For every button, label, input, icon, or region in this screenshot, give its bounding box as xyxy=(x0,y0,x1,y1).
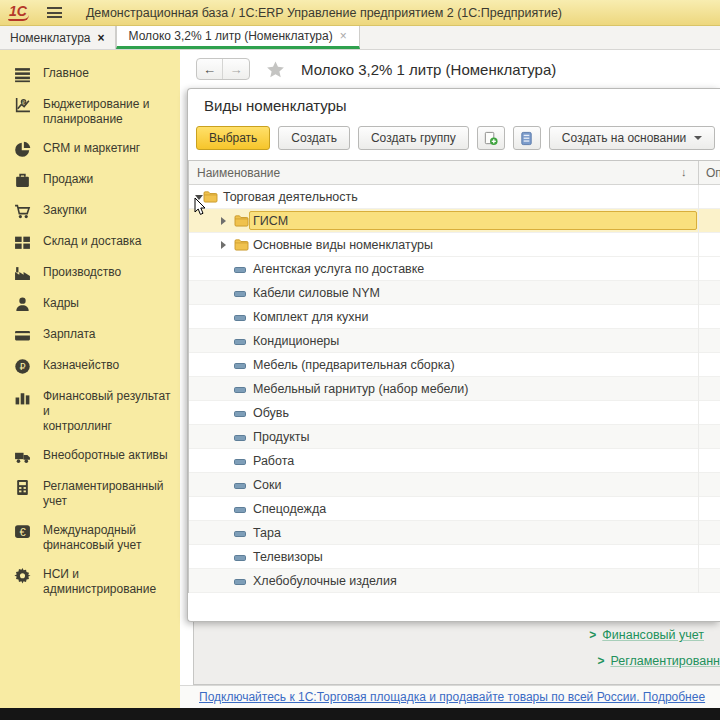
item-dash-icon xyxy=(234,411,246,417)
tree-row[interactable]: Продукты xyxy=(189,425,720,449)
row-label: Основные виды номенклатуры xyxy=(253,238,433,252)
item-dash-icon xyxy=(234,459,246,465)
back-button[interactable]: ← xyxy=(197,59,223,79)
item-dash-icon xyxy=(234,483,246,489)
column-header-op[interactable]: Оп xyxy=(706,166,720,180)
sidebar-item-cart[interactable]: Закупки xyxy=(0,196,180,227)
row-label: Работа xyxy=(253,454,294,468)
item-dash-icon xyxy=(234,291,246,297)
tree-row[interactable]: ГИСМ xyxy=(189,209,720,233)
main-menu-icon[interactable] xyxy=(47,7,62,18)
tree-row[interactable]: Телевизоры xyxy=(189,545,720,569)
item-dash-icon xyxy=(234,435,246,441)
tree-row[interactable]: Соки xyxy=(189,473,720,497)
row-label: Телевизоры xyxy=(253,550,323,564)
close-icon[interactable]: × xyxy=(340,29,347,43)
tab-label: Молоко 3,2% 1 литр (Номенклатура) xyxy=(129,29,333,43)
create-based-on-button[interactable]: Создать на основании xyxy=(549,126,716,150)
expander-icon[interactable] xyxy=(195,195,203,200)
tab-bar: Номенклатура × Молоко 3,2% 1 литр (Номен… xyxy=(0,26,720,50)
item-dash-icon xyxy=(234,363,246,369)
selected-cell-highlight[interactable] xyxy=(249,211,697,230)
tree-row[interactable]: Обувь xyxy=(189,401,720,425)
window-title: Демонстрационная база / 1С:ERP Управлени… xyxy=(86,6,562,20)
tree-row[interactable]: Тара xyxy=(189,521,720,545)
calculator-icon xyxy=(14,479,31,496)
dialog-toolbar: Выбрать Создать Создать группу Создать н… xyxy=(196,125,720,151)
sidebar-item-budget-chart[interactable]: ₽ Бюджетирование и планирование xyxy=(0,90,180,134)
truck-icon xyxy=(14,448,31,465)
pallet-grid-icon xyxy=(14,234,31,251)
select-button[interactable]: Выбрать xyxy=(196,126,270,150)
copy-plus-document-icon xyxy=(483,131,498,146)
sidebar-item-factory[interactable]: Производство xyxy=(0,258,180,289)
sidebar-item-calculator[interactable]: Регламентированный учет xyxy=(0,472,180,516)
row-label: Мебель (предварительная сборка) xyxy=(253,358,455,372)
row-label: Кондиционеры xyxy=(253,334,339,348)
column-separator[interactable] xyxy=(698,161,699,185)
expander-icon[interactable] xyxy=(221,241,226,249)
row-label: Кабели силовые NYM xyxy=(253,286,380,300)
row-label: Мебельный гарнитур (набор мебели) xyxy=(253,382,469,396)
gear-icon xyxy=(14,567,31,584)
tree-row[interactable]: Кондиционеры xyxy=(189,329,720,353)
list-view-button[interactable] xyxy=(513,126,541,150)
tree-row[interactable]: Работа xyxy=(189,449,720,473)
sidebar-item-pallet-grid[interactable]: Склад и доставка xyxy=(0,227,180,258)
item-dash-icon xyxy=(234,267,246,273)
form-header: ← → Молоко 3,2% 1 литр (Номенклатура) xyxy=(180,50,720,88)
sidebar-item-briefcase[interactable]: Продажи xyxy=(0,165,180,196)
column-header-name[interactable]: Наименование xyxy=(197,166,280,180)
sidebar-item-pie-chart[interactable]: CRM и маркетинг xyxy=(0,134,180,165)
table-header: Наименование ↓ Оп xyxy=(189,161,720,185)
chevron-right-icon: > xyxy=(589,628,596,642)
folder-icon xyxy=(203,190,218,203)
sidebar-item-euro[interactable]: € Международный финансовый учет xyxy=(0,516,180,560)
tree-row[interactable]: Агентская услуга по доставке xyxy=(189,257,720,281)
forward-button[interactable]: → xyxy=(223,59,249,79)
sidebar-item-gear[interactable]: НСИ и администрирование xyxy=(0,560,180,604)
svg-text:₽: ₽ xyxy=(19,361,25,372)
tree-row[interactable]: Торговая деятельность xyxy=(189,185,720,209)
tree-row[interactable]: Хлебобулочные изделия xyxy=(189,569,720,593)
chevron-down-icon xyxy=(694,136,702,140)
tab-nomenklatura[interactable]: Номенклатура × xyxy=(0,26,116,49)
favorite-star-icon[interactable] xyxy=(266,60,285,79)
copy-element-button[interactable] xyxy=(477,126,505,150)
sort-descending-icon: ↓ xyxy=(681,166,687,178)
group-link-regulated[interactable]: > Регламентированн xyxy=(597,654,720,668)
sidebar-item-bar-chart[interactable]: Финансовый результат и контроллинг xyxy=(0,382,180,441)
tree-row[interactable]: Основные виды номенклатуры xyxy=(189,233,720,257)
marketplace-link[interactable]: Подключайтесь к 1С:Торговая площадка и п… xyxy=(199,690,705,704)
sidebar-item-person[interactable]: Кадры xyxy=(0,289,180,320)
sidebar-item-menu-lines[interactable]: Главное xyxy=(0,59,180,90)
row-label: Продукты xyxy=(253,430,309,444)
folder-icon xyxy=(234,238,249,251)
budget-chart-icon: ₽ xyxy=(14,97,31,114)
item-dash-icon xyxy=(234,507,246,513)
tree-row[interactable]: Мебель (предварительная сборка) xyxy=(189,353,720,377)
pie-chart-icon xyxy=(14,141,31,158)
tree-row[interactable]: Комплект для кухни xyxy=(189,305,720,329)
nomenclature-types-table: Наименование ↓ Оп Торговая деятельность … xyxy=(188,160,720,593)
euro-icon: € xyxy=(14,523,31,540)
tree-row[interactable]: Кабели силовые NYM xyxy=(189,281,720,305)
sidebar-item-ruble-coin[interactable]: ₽ Казначейство xyxy=(0,351,180,382)
item-dash-icon xyxy=(234,339,246,345)
tree-row[interactable]: Мебельный гарнитур (набор мебели) xyxy=(189,377,720,401)
menu-lines-icon xyxy=(14,66,31,83)
tree-row[interactable]: Спецодежда xyxy=(189,497,720,521)
create-button[interactable]: Создать xyxy=(278,126,350,150)
expander-icon[interactable] xyxy=(221,217,226,225)
close-icon[interactable]: × xyxy=(98,31,105,45)
sidebar-item-truck[interactable]: Внеоборотные активы xyxy=(0,441,180,472)
tab-moloko[interactable]: Молоко 3,2% 1 литр (Номенклатура) × xyxy=(116,26,360,49)
create-group-button[interactable]: Создать группу xyxy=(358,126,469,150)
sidebar: Главное ₽ Бюджетирование и планирование … xyxy=(0,50,180,708)
factory-icon xyxy=(14,265,31,282)
ruble-coin-icon: ₽ xyxy=(14,358,31,375)
group-link-financial[interactable]: > Финансовый учет xyxy=(589,628,720,642)
sidebar-item-money-card[interactable]: Зарплата xyxy=(0,320,180,351)
row-label: Спецодежда xyxy=(253,502,326,516)
bottom-black-bar xyxy=(0,708,720,720)
